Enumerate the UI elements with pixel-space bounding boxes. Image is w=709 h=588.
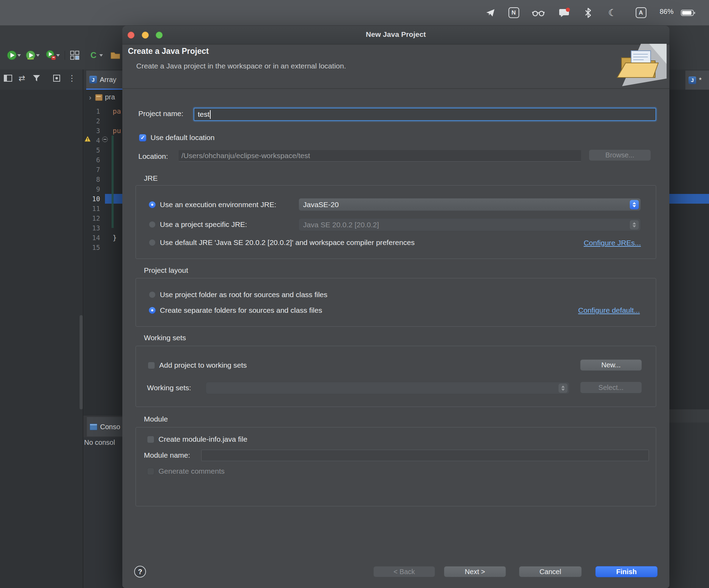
dirty-marker: * [699, 76, 702, 84]
configure-default-link[interactable]: Configure default... [578, 306, 640, 315]
project-layout-group-label: Project layout [144, 266, 188, 275]
coverage-icon[interactable] [25, 49, 36, 61]
add-to-working-sets-checkbox[interactable] [148, 362, 155, 369]
notion-icon[interactable]: N [508, 7, 519, 18]
wizard-title: Create a Java Project [128, 47, 209, 56]
breadcrumb-chevron-icon[interactable]: › [89, 93, 91, 101]
package-explorer-panel [0, 90, 83, 588]
battery-icon [681, 7, 696, 18]
focus-view-icon[interactable] [51, 72, 63, 84]
breadcrumb[interactable]: pra [105, 93, 115, 101]
console-message: No consol [84, 439, 122, 447]
execution-env-radio[interactable] [149, 201, 156, 208]
select-working-sets-button[interactable]: Select... [580, 382, 642, 393]
new-wizard-icon[interactable] [69, 49, 81, 61]
console-icon [90, 424, 97, 430]
use-default-location-checkbox[interactable] [139, 134, 146, 141]
code-line-14: } [113, 233, 117, 243]
chat-bubble-icon[interactable] [558, 7, 571, 18]
cancel-button[interactable]: Cancel [519, 566, 582, 577]
link-editor-icon[interactable]: ⇄ [16, 72, 28, 84]
paper-plane-icon[interactable] [485, 7, 496, 18]
next-button[interactable]: Next > [444, 566, 506, 577]
input-source-icon[interactable]: A [635, 7, 646, 18]
location-label: Location: [138, 152, 168, 161]
editor-area-right[interactable] [669, 90, 709, 409]
editor-tab-dirty[interactable]: J * [685, 71, 709, 90]
bluetooth-icon[interactable] [583, 7, 593, 18]
coverage-dropdown-icon[interactable] [36, 54, 40, 57]
select-stepper-icon [630, 220, 639, 229]
current-line-highlight [105, 194, 122, 204]
toolbar-separator [65, 51, 65, 60]
add-to-working-sets-row[interactable]: Add project to working sets [148, 361, 247, 369]
console-panel-right [669, 423, 709, 588]
back-button[interactable]: < Back [373, 566, 435, 577]
jre-option-project-specific[interactable]: Use a project specific JRE: [149, 220, 247, 229]
select-stepper-icon [630, 200, 639, 209]
configure-jres-link[interactable]: Configure JREs... [584, 239, 641, 247]
console-header-right [669, 409, 709, 423]
run-config-dropdown-icon[interactable] [56, 54, 60, 57]
dialog-title: New Java Project [122, 30, 669, 39]
warning-icon[interactable] [84, 136, 91, 143]
line-number-gutter: 1 2 3 4 5 6 7 8 9 10 11 12 13 14 15 [83, 106, 100, 252]
run-config-icon[interactable] [45, 49, 57, 61]
jre-group-label: JRE [144, 174, 158, 182]
package-icon [95, 94, 103, 101]
working-sets-group-label: Working sets [144, 334, 186, 342]
new-class-dropdown-icon[interactable] [99, 54, 103, 57]
run-dropdown-icon[interactable] [17, 54, 21, 57]
project-folder-root-radio[interactable] [149, 291, 156, 298]
range-indicator [112, 136, 114, 228]
run-icon[interactable] [6, 49, 18, 61]
use-default-location-row[interactable]: Use default location [139, 133, 214, 142]
focus-moon-icon[interactable]: ☾ [607, 7, 618, 18]
java-file-icon: J [89, 76, 97, 83]
jre-option-execution-env[interactable]: Use an execution environment JRE: [149, 201, 276, 209]
create-module-info-row[interactable]: Create module-info.java file [147, 435, 247, 443]
console-tab[interactable]: Conso [87, 417, 122, 436]
module-name-label: Module name: [144, 451, 190, 459]
create-module-info-checkbox[interactable] [147, 436, 154, 443]
explorer-scrollbar[interactable] [80, 315, 83, 409]
default-jre-radio[interactable] [149, 239, 156, 246]
module-name-input[interactable] [201, 450, 649, 461]
separate-folders-radio[interactable] [149, 307, 156, 314]
fold-marker-icon[interactable] [102, 137, 108, 142]
layout-option-separate-folders[interactable]: Create separate folders for sources and … [149, 306, 322, 315]
new-class-icon[interactable]: C [88, 49, 99, 61]
view-menu-dots-icon[interactable]: ⋮ [66, 72, 78, 84]
project-specific-select: Java SE 20.0.2 [20.0.2] [299, 218, 641, 231]
glasses-icon[interactable] [532, 7, 545, 18]
macos-menu-bar: N ☾ A 86% [0, 0, 709, 26]
editor-tab-label: Array [100, 76, 116, 84]
filter-icon[interactable] [31, 72, 42, 84]
module-group-label: Module [144, 415, 168, 423]
execution-env-select[interactable]: JavaSE-20 [299, 198, 641, 211]
jre-option-default[interactable]: Use default JRE 'Java SE 20.0.2 [20.0.2]… [149, 238, 415, 247]
new-java-project-dialog: New Java Project Create a Java Project C… [122, 26, 669, 588]
new-working-set-button[interactable]: New... [580, 359, 642, 371]
screen: N ☾ A 86% [0, 0, 709, 588]
import-folder-icon[interactable] [109, 49, 121, 61]
code-line-1: pa [113, 106, 121, 116]
project-name-label: Project name: [138, 109, 184, 118]
working-sets-select [206, 382, 570, 394]
help-button[interactable]: ? [134, 566, 146, 578]
location-input[interactable]: /Users/ohchanju/eclipse-workspace/test [179, 150, 581, 162]
layout-icon[interactable] [2, 72, 14, 84]
project-specific-radio[interactable] [149, 221, 156, 228]
layout-option-project-folder[interactable]: Use project folder as root for sources a… [149, 291, 327, 299]
editor-tab-array[interactable]: J Array [86, 71, 122, 90]
current-line-highlight-right [669, 194, 709, 204]
console-panel [83, 437, 122, 588]
finish-button[interactable]: Finish [595, 566, 658, 577]
console-tab-label: Conso [100, 423, 120, 431]
browse-button[interactable]: Browse... [589, 149, 651, 161]
dialog-titlebar[interactable]: New Java Project [122, 26, 669, 44]
generate-comments-checkbox[interactable] [147, 468, 154, 475]
wizard-subtitle: Create a Java project in the workspace o… [136, 62, 346, 70]
project-name-input[interactable]: test [194, 108, 656, 121]
new-project-banner-icon [612, 44, 667, 88]
